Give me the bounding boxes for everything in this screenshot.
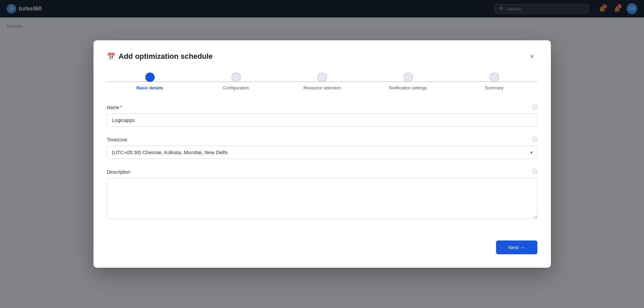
description-label-row: Description ⓘ	[107, 168, 537, 175]
description-field-group: Description ⓘ	[107, 168, 537, 220]
add-optimization-modal: 📅 Add optimization schedule × Basic deta…	[93, 40, 551, 268]
step-circle-notification-settings	[404, 73, 413, 82]
step-label-configuration: Configuration	[223, 85, 249, 90]
close-button[interactable]: ×	[527, 51, 537, 62]
modal-header: 📅 Add optimization schedule ×	[107, 51, 537, 62]
timezone-label-row: Timezone ⓘ	[107, 136, 537, 143]
description-label: Description	[107, 169, 130, 175]
step-circle-basic-details	[145, 73, 155, 82]
name-field-group: Name* ⓘ	[107, 104, 537, 127]
stepper: Basic details Configuration Resource sel…	[107, 73, 537, 90]
step-basic-details[interactable]: Basic details	[107, 73, 193, 90]
step-label-notification-settings: Notification settings	[389, 85, 427, 90]
timezone-info-icon[interactable]: ⓘ	[532, 136, 537, 143]
timezone-select[interactable]: (UTC+05:30) Chennai, Kolkata, Mumbai, Ne…	[107, 146, 537, 159]
step-summary[interactable]: Summary	[451, 73, 537, 90]
modal-footer: Next →	[107, 234, 537, 254]
step-label-summary: Summary	[485, 85, 504, 90]
calendar-icon: 📅	[107, 52, 115, 60]
modal-title: Add optimization schedule	[119, 52, 213, 61]
description-info-icon[interactable]: ⓘ	[532, 168, 537, 175]
name-label-row: Name* ⓘ	[107, 104, 537, 111]
name-required-star: *	[120, 105, 122, 110]
description-input[interactable]	[107, 178, 537, 219]
timezone-field-group: Timezone ⓘ (UTC+05:30) Chennai, Kolkata,…	[107, 136, 537, 159]
step-circle-summary	[490, 73, 499, 82]
modal-title-row: 📅 Add optimization schedule	[107, 52, 213, 61]
name-info-icon[interactable]: ⓘ	[532, 104, 537, 111]
step-circle-resource-selection	[317, 73, 327, 82]
name-input[interactable]	[107, 114, 537, 127]
next-button[interactable]: Next →	[496, 240, 537, 254]
step-circle-configuration	[231, 73, 241, 82]
timezone-label: Timezone	[107, 137, 127, 142]
step-resource-selection[interactable]: Resource selection	[279, 73, 365, 90]
step-notification-settings[interactable]: Notification settings	[365, 73, 451, 90]
name-label: Name*	[107, 105, 122, 110]
timezone-select-wrapper: (UTC+05:30) Chennai, Kolkata, Mumbai, Ne…	[107, 146, 537, 159]
step-label-resource-selection: Resource selection	[303, 85, 341, 90]
modal-overlay: 📅 Add optimization schedule × Basic deta…	[0, 0, 644, 308]
step-label-basic-details: Basic details	[137, 85, 163, 90]
step-configuration[interactable]: Configuration	[193, 73, 279, 90]
form-section: Name* ⓘ Timezone ⓘ (UTC+05:30) Chennai, …	[107, 104, 537, 220]
